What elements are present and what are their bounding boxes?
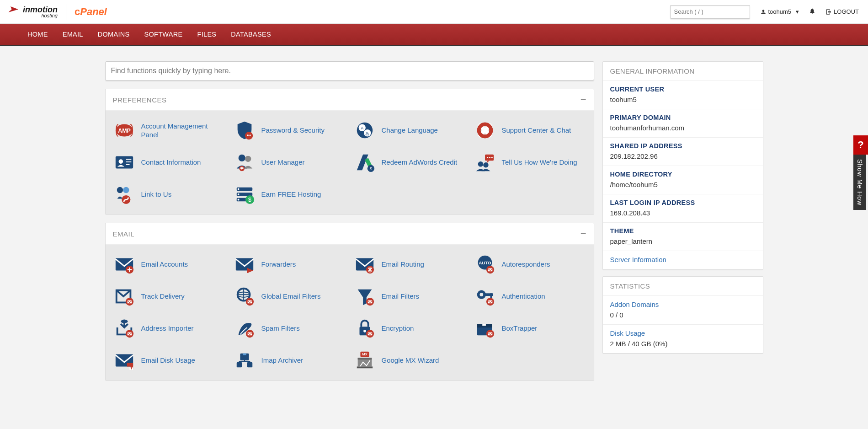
bell-icon[interactable] xyxy=(809,8,815,16)
adwords-icon: $ xyxy=(353,151,376,174)
function-search-input[interactable] xyxy=(105,61,594,80)
email-item[interactable]: Encryption xyxy=(351,313,468,343)
app-label: Email Accounts xyxy=(141,260,188,269)
preferences-header[interactable]: PREFERENCES − xyxy=(106,89,594,111)
svg-point-12 xyxy=(118,159,123,164)
info-row: THEMEpaper_lantern xyxy=(603,222,763,251)
svg-rect-55 xyxy=(367,300,372,304)
cpanel-logo[interactable]: cPanel xyxy=(75,6,107,18)
statistics-title: STATISTICS xyxy=(603,277,763,295)
search-input[interactable] xyxy=(670,5,750,19)
app-label: Track Delivery xyxy=(141,292,185,301)
svg-point-24 xyxy=(491,157,492,158)
show-me-how-button[interactable]: Show Me How xyxy=(853,155,866,210)
email-item[interactable]: Forwarders xyxy=(231,249,348,279)
app-label: Email Routing xyxy=(382,260,424,269)
logo-group: inmotion hosting cPanel xyxy=(9,4,670,20)
email-item[interactable]: AUTOAutoresponders xyxy=(472,249,588,279)
svg-point-27 xyxy=(117,187,122,193)
info-value: toohum5 xyxy=(610,96,756,103)
preferences-item[interactable]: $Earn FREE Hosting xyxy=(231,179,348,209)
svg-point-33 xyxy=(237,188,239,190)
info-value: /home/toohum5 xyxy=(610,181,756,188)
caret-down-icon: ▾ xyxy=(796,8,799,15)
svg-text:あ: あ xyxy=(365,131,369,136)
info-value: 209.182.202.96 xyxy=(610,152,756,160)
email-item[interactable]: Email Disk Usage xyxy=(111,345,228,375)
svg-point-16 xyxy=(238,155,245,161)
app-label: Tell Us How We're Doing xyxy=(502,158,577,167)
app-label: Email Filters xyxy=(382,292,420,301)
svg-point-4 xyxy=(357,123,373,139)
email-item[interactable]: Spam Filters xyxy=(231,313,348,343)
general-info-title: GENERAL INFORMATION xyxy=(603,62,763,80)
filter-icon xyxy=(353,285,376,308)
server-information-link[interactable]: Server Information xyxy=(610,256,666,263)
preferences-item[interactable]: •••Password & Security xyxy=(231,115,348,145)
amp-icon: AMP xyxy=(113,119,136,142)
app-label: Account Management Panel xyxy=(141,122,226,139)
email-item[interactable]: BoxTrapper xyxy=(472,313,588,343)
preferences-item[interactable]: $Redeem AdWords Credit xyxy=(351,147,468,177)
preferences-item[interactable]: Tell Us How We're Doing xyxy=(472,147,588,177)
email-panel: EMAIL − Email AccountsForwardersEmail Ro… xyxy=(105,223,594,381)
app-label: Spam Filters xyxy=(261,324,300,333)
info-key: LAST LOGIN IP ADDRESS xyxy=(610,199,756,206)
app-label: Email Disk Usage xyxy=(141,356,195,365)
email-item[interactable]: Authentication xyxy=(472,281,588,311)
svg-rect-53 xyxy=(247,300,252,304)
top-header: inmotion hosting cPanel toohum5 ▾ LOGOUT xyxy=(0,0,868,24)
svg-text:$: $ xyxy=(369,166,372,171)
nav-files[interactable]: FILES xyxy=(197,31,217,38)
svg-text:$: $ xyxy=(248,197,251,203)
email-item[interactable]: Global Email Filters xyxy=(231,281,348,311)
auth-icon xyxy=(474,285,496,308)
app-label: User Manager xyxy=(261,158,305,167)
user-menu[interactable]: toohum5 ▾ xyxy=(760,8,799,15)
email-header[interactable]: EMAIL − xyxy=(106,223,594,245)
stat-label-link[interactable]: Addon Domains xyxy=(610,300,756,308)
email-item[interactable]: Email Accounts xyxy=(111,249,228,279)
email-item[interactable]: Imap Archiver xyxy=(231,345,348,375)
email-item[interactable]: MXGoogle MX Wizard xyxy=(351,345,468,375)
svg-rect-64 xyxy=(127,332,132,336)
email-item[interactable]: Email Routing xyxy=(351,249,468,279)
preferences-item[interactable]: User Manager xyxy=(231,147,348,177)
svg-rect-78 xyxy=(132,367,133,370)
nav-domains[interactable]: DOMAINS xyxy=(98,31,130,38)
svg-text:AMP: AMP xyxy=(118,128,131,134)
email-item[interactable]: Track Delivery xyxy=(111,281,228,311)
svg-rect-46 xyxy=(488,268,492,272)
info-key: SHARED IP ADDRESS xyxy=(610,142,756,150)
stat-label-link[interactable]: Disk Usage xyxy=(610,329,756,337)
nav-databases[interactable]: DATABASES xyxy=(231,31,271,38)
nav-software[interactable]: SOFTWARE xyxy=(144,31,183,38)
app-label: Global Email Filters xyxy=(261,292,321,301)
inmotion-logo[interactable]: inmotion hosting xyxy=(9,5,58,18)
preferences-item[interactable]: Link to Us xyxy=(111,179,228,209)
preferences-item[interactable]: AMPAccount Management Panel xyxy=(111,115,228,145)
svg-text:•••: ••• xyxy=(247,133,251,138)
nav-email[interactable]: EMAIL xyxy=(63,31,83,38)
preferences-item[interactable]: AあChange Language xyxy=(351,115,468,145)
svg-point-57 xyxy=(479,293,483,296)
info-row: CURRENT USERtoohum5 xyxy=(603,80,763,109)
preferences-item[interactable]: Support Center & Chat xyxy=(472,115,588,145)
help-question-button[interactable]: ? xyxy=(853,135,868,155)
app-label: Authentication xyxy=(502,292,545,301)
general-info-panel: GENERAL INFORMATION CURRENT USERtoohum5P… xyxy=(602,61,763,270)
preferences-item[interactable]: Contact Information xyxy=(111,147,228,177)
app-label: Earn FREE Hosting xyxy=(261,190,321,199)
svg-rect-80 xyxy=(243,354,246,355)
svg-rect-49 xyxy=(127,300,132,304)
logout-link[interactable]: LOGOUT xyxy=(825,8,859,15)
info-value: 169.0.208.43 xyxy=(610,209,756,217)
nav-home[interactable]: HOME xyxy=(27,31,48,38)
email-item[interactable]: Address Importer xyxy=(111,313,228,343)
right-column: GENERAL INFORMATION CURRENT USERtoohum5P… xyxy=(602,61,763,360)
svg-point-17 xyxy=(245,156,250,162)
svg-point-68 xyxy=(363,330,366,332)
email-item[interactable]: Email Filters xyxy=(351,281,468,311)
info-row: LAST LOGIN IP ADDRESS169.0.208.43 xyxy=(603,194,763,222)
stat-value: 2 MB / 40 GB (0%) xyxy=(610,340,756,348)
